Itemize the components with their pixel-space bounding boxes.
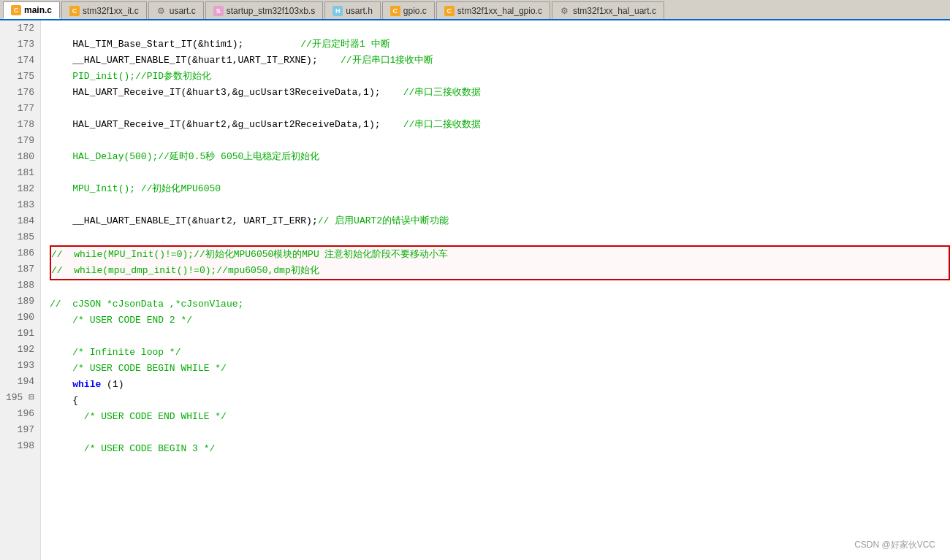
code-line-187: // while(mpu_dmp_init()!=0);//mpu6050,dm…: [51, 263, 949, 279]
ln-189: 189: [6, 294, 34, 310]
code-line-180: HAL_Delay(500);//延时0.5秒 6050上电稳定后初始化: [50, 149, 950, 165]
ln-185: 185: [6, 229, 34, 245]
tab-label-startup: startup_stm32f103xb.s: [227, 6, 315, 16]
code-line-182: MPU_Init(); //初始化MPU6050: [50, 181, 950, 197]
tab-icon-c3: C: [390, 6, 400, 16]
ln-192: 192: [6, 342, 34, 358]
line-numbers: 172 173 174 175 176 177 178 179 180 181 …: [0, 20, 41, 560]
tab-label-usart-h: usart.h: [346, 6, 373, 16]
code-line-179: [50, 133, 950, 149]
tab-icon-s: S: [213, 6, 224, 16]
code-content: HAL_TIM_Base_Start_IT(&htim1); //开启定时器1 …: [41, 20, 950, 560]
editor-container: C main.c C stm32f1xx_it.c ⚙ usart.c S st…: [0, 0, 950, 560]
ln-175: 175: [6, 69, 34, 85]
code-line-188: [50, 280, 950, 296]
ln-179: 179: [6, 133, 34, 149]
code-line-175: PID_init();//PID参数初始化: [50, 69, 950, 85]
ln-191: 191: [6, 326, 34, 342]
code-line-194: while (1): [50, 377, 950, 393]
ln-198: 198: [6, 438, 34, 454]
ln-183: 183: [6, 197, 34, 213]
ln-187: 187: [6, 261, 34, 277]
code-line-173: HAL_TIM_Base_Start_IT(&htim1); //开启定时器1 …: [50, 37, 950, 53]
code-line-195: {: [50, 393, 950, 409]
ln-173: 173: [6, 37, 34, 53]
code-line-186: // while(MPU_Init()!=0);//初始化MPU6050模块的M…: [51, 247, 949, 263]
tab-bar: C main.c C stm32f1xx_it.c ⚙ usart.c S st…: [0, 0, 950, 20]
code-line-172: [50, 20, 950, 37]
code-line-174: __HAL_UART_ENABLE_IT(&huart1,UART_IT_RXN…: [50, 53, 950, 69]
ln-190: 190: [6, 310, 34, 326]
code-line-197: [50, 425, 950, 441]
ln-184: 184: [6, 213, 34, 229]
ln-180: 180: [6, 149, 34, 165]
red-box-highlight: // while(MPU_Init()!=0);//初始化MPU6050模块的M…: [50, 245, 950, 280]
ln-182: 182: [6, 181, 34, 197]
tab-gpio-c[interactable]: C gpio.c: [382, 1, 435, 19]
tab-icon-gear2: ⚙: [560, 6, 570, 16]
tab-icon-gear1: ⚙: [156, 6, 167, 16]
tab-stm32-hal-gpio[interactable]: C stm32f1xx_hal_gpio.c: [436, 1, 550, 19]
ln-194: 194: [6, 374, 34, 390]
ln-193: 193: [6, 358, 34, 374]
code-line-177: [50, 101, 950, 117]
ln-176: 176: [6, 85, 34, 101]
code-line-183: [50, 197, 950, 213]
ln-195: 195 ⊟: [6, 390, 34, 406]
ln-181: 181: [6, 165, 34, 181]
tab-startup-s[interactable]: S startup_stm32f103xb.s: [205, 1, 323, 19]
code-line-198: /* USER CODE BEGIN 3 */: [50, 441, 950, 457]
code-line-192: /* Infinite loop */: [50, 345, 950, 361]
ln-196: 196: [6, 406, 34, 422]
tab-label-usart-c: usart.c: [170, 6, 196, 16]
tab-label-hal-uart: stm32f1xx_hal_uart.c: [573, 6, 656, 16]
ln-177: 177: [6, 101, 34, 117]
tab-icon-c4: C: [444, 6, 455, 16]
code-line-191: [50, 329, 950, 345]
code-area: 172 173 174 175 176 177 178 179 180 181 …: [0, 20, 950, 560]
tab-label-stm32-it: stm32f1xx_it.c: [83, 6, 139, 16]
ln-188: 188: [6, 277, 34, 294]
code-line-193: /* USER CODE BEGIN WHILE */: [50, 361, 950, 377]
code-line-178: HAL_UART_Receive_IT(&huart2,&g_ucUsart2R…: [50, 117, 950, 133]
ln-197: 197: [6, 422, 34, 438]
code-line-184: __HAL_UART_ENABLE_IT(&huart2, UART_IT_ER…: [50, 213, 950, 229]
code-line-189: // cJSON *cJsonData ,*cJsonVlaue;: [50, 296, 950, 312]
tab-icon-c2: C: [69, 6, 80, 16]
tab-stm32f1xx-it[interactable]: C stm32f1xx_it.c: [61, 1, 147, 19]
tab-main-c[interactable]: C main.c: [3, 1, 60, 19]
code-line-196: /* USER CODE END WHILE */: [50, 409, 950, 425]
tab-usart-c[interactable]: ⚙ usart.c: [148, 1, 204, 19]
tab-label-hal-gpio: stm32f1xx_hal_gpio.c: [457, 6, 542, 16]
ln-186: 186: [6, 245, 34, 261]
tab-icon-h1: H: [332, 6, 343, 16]
tab-label-gpio-c: gpio.c: [403, 6, 427, 16]
code-line-176: HAL_UART_Receive_IT(&huart3,&g_ucUsart3R…: [50, 85, 950, 101]
ln-174: 174: [6, 53, 34, 69]
watermark: CSDN @好家伙VCC: [854, 539, 935, 551]
tab-usart-h[interactable]: H usart.h: [324, 1, 381, 19]
tab-label-main-c: main.c: [24, 5, 52, 15]
tab-icon-c: C: [11, 5, 21, 15]
ln-172: 172: [6, 20, 34, 37]
ln-178: 178: [6, 117, 34, 133]
code-line-185: [50, 229, 950, 245]
code-line-190: /* USER CODE END 2 */: [50, 312, 950, 329]
tab-stm32-hal-uart[interactable]: ⚙ stm32f1xx_hal_uart.c: [552, 1, 664, 19]
code-line-181: [50, 165, 950, 181]
